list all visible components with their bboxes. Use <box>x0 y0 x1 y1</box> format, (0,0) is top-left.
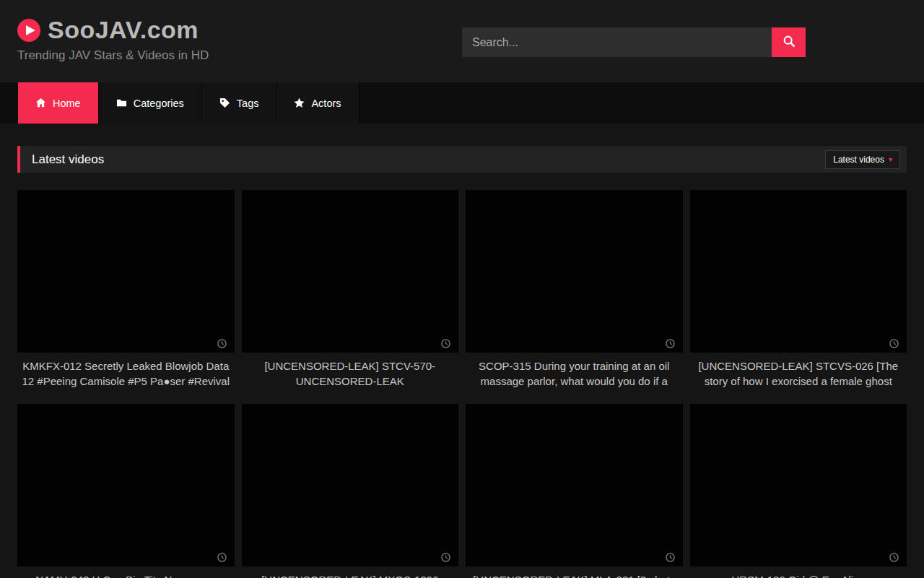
video-grid: KMKFX-012 Secretly Leaked Blowjob Data 1… <box>17 190 907 578</box>
nav-item-actors[interactable]: Actors <box>276 82 359 124</box>
video-card[interactable]: [UNCENSORED-LEAK] MLA-231 [3 shots in <box>466 404 683 578</box>
video-title[interactable]: [UNCENSORED-LEAK] MXGS-1306 Absolutely <box>242 573 459 578</box>
video-title[interactable]: NAMH-042 H Cup Big Tits Newcomer (170cm … <box>17 573 235 578</box>
nav-item-label: Home <box>53 98 81 109</box>
video-card[interactable]: [UNCENSORED-LEAK] STCV-570-UNCENSORED-LE… <box>242 190 459 389</box>
video-title[interactable]: KMKFX-012 Secretly Leaked Blowjob Data 1… <box>17 359 235 389</box>
site-header: SooJAV.com Trending JAV Stars & Videos i… <box>0 0 924 82</box>
site-title: SooJAV.com <box>48 16 199 44</box>
video-card[interactable]: [UNCENSORED-LEAK] STCVS-026 [The story o… <box>690 190 907 389</box>
video-thumbnail[interactable] <box>17 190 235 353</box>
tag-icon <box>219 98 230 108</box>
search-box <box>462 27 806 57</box>
folder-icon <box>116 98 127 108</box>
video-card[interactable]: HRSM-186 Girl @ Era Alice <box>690 404 907 578</box>
video-card[interactable]: NAMH-042 H Cup Big Tits Newcomer (170cm … <box>17 404 235 578</box>
duration-clock-icon <box>666 552 675 561</box>
video-thumbnail[interactable] <box>690 404 907 566</box>
duration-clock-icon <box>217 338 227 348</box>
duration-clock-icon <box>666 338 675 348</box>
duration-clock-icon <box>441 552 450 561</box>
video-thumbnail[interactable] <box>242 404 459 566</box>
nav-item-label: Actors <box>311 98 341 109</box>
sort-dropdown-label: Latest videos <box>833 155 884 165</box>
duration-clock-icon <box>217 552 227 561</box>
video-card[interactable]: [UNCENSORED-LEAK] MXGS-1306 Absolutely <box>242 404 459 578</box>
search-button[interactable] <box>772 27 806 57</box>
nav-item-label: Tags <box>237 98 259 109</box>
duration-clock-icon <box>889 338 899 348</box>
nav-item-home[interactable]: Home <box>18 82 99 124</box>
chevron-down-icon: ▾ <box>889 155 892 163</box>
main-nav: Home Categories Tags Actors <box>0 82 924 124</box>
video-thumbnail[interactable] <box>242 190 459 353</box>
nav-item-tags[interactable]: Tags <box>202 82 277 124</box>
video-title[interactable]: SCOP-315 During your training at an oil … <box>466 359 683 389</box>
video-title[interactable]: [UNCENSORED-LEAK] STCVS-026 [The story o… <box>690 359 907 389</box>
video-card[interactable]: SCOP-315 During your training at an oil … <box>466 190 683 389</box>
section-header: Latest videos Latest videos ▾ <box>17 146 907 173</box>
search-input[interactable] <box>462 27 772 57</box>
play-logo-icon <box>17 19 40 42</box>
video-thumbnail[interactable] <box>466 404 683 566</box>
nav-item-label: Categories <box>134 98 184 109</box>
video-thumbnail[interactable] <box>17 404 235 566</box>
home-icon <box>35 98 46 108</box>
video-thumbnail[interactable] <box>466 190 683 353</box>
video-card[interactable]: KMKFX-012 Secretly Leaked Blowjob Data 1… <box>17 190 235 389</box>
search-icon <box>783 35 796 50</box>
nav-item-categories[interactable]: Categories <box>99 82 202 124</box>
video-title[interactable]: [UNCENSORED-LEAK] STCV-570-UNCENSORED-LE… <box>242 359 459 389</box>
video-thumbnail[interactable] <box>690 190 907 353</box>
duration-clock-icon <box>441 338 450 348</box>
section-accent-bar <box>17 146 20 173</box>
video-title[interactable]: [UNCENSORED-LEAK] MLA-231 [3 shots in <box>466 573 683 578</box>
main-content: Latest videos Latest videos ▾ KMKFX-012 … <box>0 124 924 578</box>
sort-dropdown-button[interactable]: Latest videos ▾ <box>825 150 900 169</box>
video-title[interactable]: HRSM-186 Girl @ Era Alice <box>690 573 907 578</box>
section-title: Latest videos <box>32 152 104 167</box>
star-icon <box>294 98 305 108</box>
duration-clock-icon <box>889 552 899 561</box>
